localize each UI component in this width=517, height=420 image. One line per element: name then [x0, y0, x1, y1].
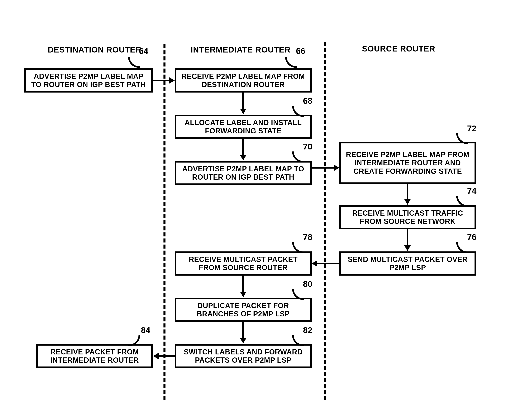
- arrow-64-to-66: [153, 80, 169, 81]
- box-80: DUPLICATE PACKET FOR BRANCHES OF P2MP LS…: [175, 298, 312, 322]
- column-header-intermediate: INTERMEDIATE ROUTER: [190, 45, 291, 54]
- label-66: 66: [296, 46, 305, 56]
- callout-64: [128, 57, 140, 68]
- arrow-74-to-76: [407, 229, 408, 245]
- arrowhead-78-to-80: [240, 292, 247, 297]
- arrow-72-to-74: [407, 184, 408, 199]
- column-separator-1: [163, 44, 165, 400]
- column-header-destination: DESTINATION ROUTER: [46, 45, 143, 54]
- arrowhead-82-to-84: [153, 353, 159, 359]
- arrow-66-to-68: [242, 92, 244, 109]
- box-70: ADVERTISE P2MP LABEL MAP TO ROUTER ON IG…: [175, 161, 312, 185]
- box-74: RECEIVE MULTICAST TRAFFIC FROM SOURCE NE…: [339, 205, 476, 229]
- box-78: RECEIVE MULTICAST PACKET FROM SOURCE ROU…: [175, 251, 312, 276]
- label-74: 74: [467, 186, 477, 196]
- box-68: ALLOCATE LABEL AND INSTALL FORWARDING ST…: [175, 115, 312, 139]
- arrow-82-to-84: [159, 355, 175, 357]
- arrowhead-66-to-68: [240, 109, 247, 114]
- label-70: 70: [303, 142, 312, 151]
- arrow-70-to-72: [312, 167, 334, 169]
- arrow-80-to-82: [242, 322, 244, 338]
- box-82: SWITCH LABELS AND FORWARD PACKETS OVER P…: [175, 344, 312, 368]
- arrowhead-68-to-70: [240, 155, 247, 160]
- arrowhead-76-to-78: [312, 260, 317, 267]
- callout-66: [285, 57, 297, 68]
- label-68: 68: [303, 96, 312, 106]
- label-76: 76: [467, 232, 477, 242]
- box-76: SEND MULTICAST PACKET OVER P2MP LSP: [339, 251, 476, 276]
- column-separator-2: [324, 42, 326, 400]
- arrowhead-74-to-76: [404, 245, 411, 251]
- box-84: RECEIVE PACKET FROM INTERMEDIATE ROUTER: [36, 344, 153, 368]
- box-64: ADVERTISE P2MP LABEL MAP TO ROUTER ON IG…: [24, 68, 153, 92]
- box-66: RECEIVE P2MP LABEL MAP FROM DESTINATION …: [175, 68, 312, 92]
- arrowhead-72-to-74: [404, 199, 411, 205]
- box-72: RECEIVE P2MP LABEL MAP FROM INTERMEDIATE…: [339, 142, 476, 184]
- arrowhead-64-to-66: [169, 77, 175, 84]
- label-78: 78: [303, 232, 312, 242]
- arrow-78-to-80: [242, 276, 244, 292]
- label-72: 72: [467, 124, 477, 133]
- label-84: 84: [141, 325, 150, 335]
- label-64: 64: [139, 46, 148, 56]
- arrow-76-to-78: [317, 263, 340, 264]
- label-80: 80: [303, 279, 312, 289]
- arrowhead-70-to-72: [334, 165, 340, 171]
- arrowhead-80-to-82: [240, 338, 247, 344]
- column-header-source: SOURCE ROUTER: [358, 44, 439, 53]
- label-82: 82: [303, 325, 312, 335]
- arrow-68-to-70: [242, 139, 244, 155]
